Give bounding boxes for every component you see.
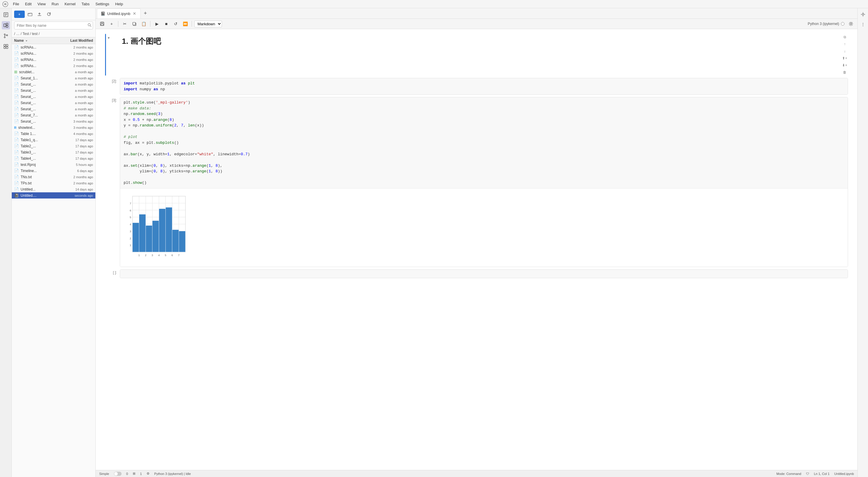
cell-empty-code[interactable] [120, 269, 848, 278]
svg-rect-24 [133, 22, 135, 25]
file-item[interactable]: 📄 Seurat_... a month ago [12, 87, 95, 94]
sidebar-git-btn[interactable] [2, 32, 10, 40]
cell-3-input[interactable]: plt.style.use('_mpl-gallery') # make dat… [120, 97, 848, 188]
cut-btn[interactable]: ✂ [121, 20, 129, 28]
cell-copy-btn[interactable]: ⧉ [841, 34, 848, 40]
file-name: Seurat_... [21, 82, 55, 87]
toolbar-separator-3 [192, 21, 192, 27]
menu-file[interactable]: File [10, 1, 22, 7]
refresh-btn[interactable] [45, 10, 53, 18]
file-item[interactable]: R showtext... 3 months ago [12, 125, 95, 131]
menu-tabs[interactable]: Tabs [79, 1, 92, 7]
file-item[interactable]: 📄 Seurat_7... a month ago [12, 112, 95, 118]
file-item[interactable]: 📄 Table1_q... 17 days ago [12, 137, 95, 143]
file-name: Table3_... [21, 150, 55, 155]
file-item[interactable]: 📄 scRNAs... 2 months ago [12, 44, 95, 50]
restart-run-btn[interactable]: ⏩ [181, 20, 189, 28]
file-item[interactable]: 📄 Table 1.... 4 months ago [12, 131, 95, 137]
file-modified: a month ago [55, 82, 93, 86]
file-item[interactable]: 📄 Table2_... 17 days ago [12, 143, 95, 149]
save-btn[interactable] [98, 20, 106, 28]
run-btn[interactable]: ▶ [153, 20, 161, 28]
file-item[interactable]: 📄 scRNAs... 2 months ago [12, 57, 95, 63]
file-item[interactable]: 📄 Timeline... 6 days ago [12, 168, 95, 174]
cell-type-select[interactable]: Markdown Code Raw [194, 21, 222, 27]
file-item[interactable]: 📄 Table4_... 17 days ago [12, 155, 95, 162]
file-name: Seurat_... [21, 89, 55, 93]
icon-sidebar [0, 8, 12, 477]
sidebar-extensions-btn[interactable] [2, 42, 10, 50]
file-item[interactable]: 📄 Seurat_... a month ago [12, 81, 95, 87]
simple-toggle[interactable] [114, 472, 122, 476]
restart-btn[interactable]: ↺ [172, 20, 180, 28]
menu-run[interactable]: Run [49, 1, 61, 7]
file-icon: 📄 [14, 51, 19, 56]
right-extra-btn[interactable]: ⋮ [859, 21, 867, 28]
stop-btn[interactable]: ■ [162, 20, 170, 28]
file-list-header[interactable]: Name Last Modified [12, 37, 95, 44]
paste-btn[interactable]: 📋 [140, 20, 148, 28]
cell-active-indicator [105, 34, 106, 76]
file-item[interactable]: 📄 Untitled... 14 days ago [12, 186, 95, 192]
cell-empty-input[interactable] [120, 270, 848, 278]
cell-move-up-btn[interactable]: ↑ [841, 41, 848, 47]
svg-rect-7 [6, 26, 8, 27]
file-item[interactable]: 📄 test.Rproj 5 hours ago [12, 162, 95, 168]
mode-cmd: Mode: Command [776, 472, 801, 476]
bar-chart: 12345671234567 [124, 191, 844, 264]
file-name: scrublet... [19, 70, 55, 74]
file-item[interactable]: ⊞ scrublet... a month ago [12, 69, 95, 75]
file-name: Seurat_... [21, 95, 55, 99]
cell-2-input[interactable]: import matplotlib.pyplot as plt import n… [120, 78, 848, 94]
sidebar-files-btn[interactable] [2, 10, 10, 19]
file-item[interactable]: 📄 Seurat_... a month ago [12, 106, 95, 112]
kernel-settings-btn[interactable] [847, 20, 855, 28]
file-item[interactable]: 📄 TNs.txt 2 months ago [12, 174, 95, 180]
file-item[interactable]: 📄 Seurat_... 3 months ago [12, 118, 95, 125]
file-modified: 2 months ago [55, 52, 93, 55]
menu-help[interactable]: Help [113, 1, 125, 7]
add-tab-btn[interactable]: + [141, 9, 150, 18]
copy-btn[interactable] [130, 20, 138, 28]
file-name: showtext... [18, 126, 55, 130]
cell-2-code[interactable]: import matplotlib.pyplot as plt import n… [120, 78, 848, 95]
file-icon: 📄 [14, 138, 19, 142]
svg-rect-55 [172, 230, 179, 252]
upload-file-btn[interactable] [35, 10, 43, 18]
file-item[interactable]: 📄 Seurat_1... a month ago [12, 75, 95, 81]
file-modified: 3 months ago [55, 126, 93, 129]
file-item[interactable]: 📄 scRNAs... 2 months ago [12, 50, 95, 57]
file-name: TNs.txt [21, 175, 55, 179]
sidebar-browser-btn[interactable] [2, 21, 10, 29]
file-icon: 📄 [14, 76, 19, 80]
file-modified: a month ago [55, 70, 93, 74]
menu-kernel[interactable]: Kernel [62, 1, 78, 7]
right-settings-btn[interactable] [859, 10, 867, 18]
cell-3-code[interactable]: plt.style.use('_mpl-gallery') # make dat… [120, 97, 848, 267]
svg-rect-14 [4, 47, 6, 48]
cell-delete-btn[interactable]: 🗑 [841, 69, 848, 76]
tab-close-btn[interactable]: ✕ [132, 11, 137, 16]
search-input[interactable] [14, 22, 86, 29]
tab-label: Untitled.ipynb [107, 11, 130, 16]
menu-edit[interactable]: Edit [23, 1, 34, 7]
new-button[interactable]: + + [14, 10, 25, 18]
file-item[interactable]: 📄 scRNAs... 2 months ago [12, 63, 95, 69]
menu-view[interactable]: View [35, 1, 48, 7]
menu-settings[interactable]: Settings [93, 1, 112, 7]
file-item[interactable]: 📓 Untitled.... seconds ago [12, 192, 95, 199]
add-cell-btn[interactable]: + [107, 20, 116, 28]
right-sidebar: ⋮ [858, 8, 868, 477]
file-item[interactable]: 📄 Seurat_... a month ago [12, 94, 95, 100]
file-item[interactable]: 📄 Seurat_... a month ago [12, 100, 95, 106]
file-item[interactable]: 📄 TPs.txt 2 months ago [12, 180, 95, 186]
markdown-cell-content[interactable]: 1. 画个图吧 [118, 34, 839, 76]
cell-add-before-btn[interactable]: ⬆+ [841, 55, 848, 62]
cell-add-after-btn[interactable]: ⬇+ [841, 62, 848, 69]
upload-folder-btn[interactable] [26, 10, 34, 18]
collapse-arrow[interactable]: ▾ [108, 36, 110, 40]
file-name: Seurat_1... [21, 76, 55, 80]
tab-untitled-ipynb[interactable]: 📓 Untitled.ipynb ✕ [97, 8, 141, 19]
file-item[interactable]: 📄 Table3_... 17 days ago [12, 149, 95, 155]
cell-move-down-btn[interactable]: ↓ [841, 48, 848, 55]
